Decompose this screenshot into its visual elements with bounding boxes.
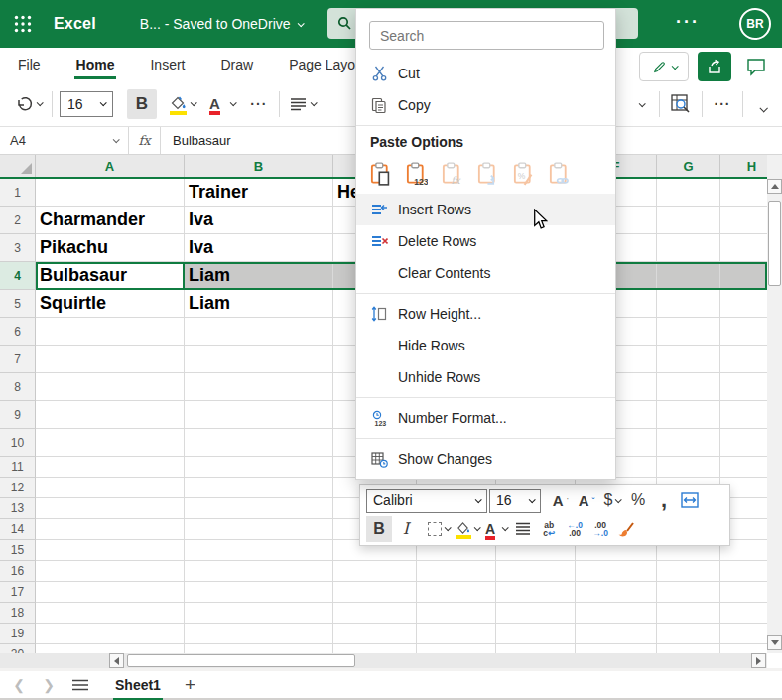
cell[interactable] — [496, 624, 576, 644]
cell[interactable] — [720, 582, 767, 603]
tab-insert[interactable]: Insert — [138, 50, 196, 79]
cell[interactable] — [720, 346, 767, 373]
cell[interactable] — [417, 603, 496, 624]
bold-button[interactable]: B — [127, 89, 157, 119]
mini-format-painter-button[interactable] — [614, 516, 638, 542]
cell[interactable] — [36, 457, 185, 478]
cell[interactable] — [333, 561, 417, 582]
menu-item-cut[interactable]: Cut — [356, 58, 615, 89]
cell[interactable] — [417, 644, 496, 653]
cell[interactable] — [720, 234, 767, 262]
cell[interactable] — [185, 624, 333, 644]
mini-increase-decimal-button[interactable]: .00 →.0 — [588, 516, 612, 542]
horizontal-scroll-thumb[interactable] — [127, 654, 355, 667]
scroll-left-button[interactable] — [109, 653, 124, 668]
menu-item-unhide-rows[interactable]: Unhide Rows — [356, 361, 615, 393]
collapse-ribbon-button[interactable] — [750, 94, 776, 124]
toolbar-more-button[interactable]: ··· — [246, 89, 272, 119]
row-header[interactable]: 19 — [0, 624, 36, 644]
cell[interactable]: Liam — [185, 290, 333, 318]
mini-align-button[interactable] — [511, 516, 535, 542]
tab-file[interactable]: File — [6, 50, 53, 79]
cell[interactable] — [185, 401, 333, 429]
cell[interactable] — [417, 624, 496, 644]
context-search-input[interactable] — [369, 21, 604, 50]
mini-borders-button[interactable] — [426, 516, 452, 542]
horizontal-scrollbar[interactable] — [0, 653, 767, 668]
menu-item-clear-contents[interactable]: Clear Contents — [356, 257, 615, 289]
cell[interactable] — [36, 346, 185, 373]
column-header[interactable]: A — [36, 155, 185, 177]
cell[interactable] — [657, 318, 720, 346]
cell[interactable] — [36, 561, 185, 582]
menu-item-hide-rows[interactable]: Hide Rows — [356, 330, 615, 361]
cell[interactable] — [496, 644, 576, 653]
cell[interactable] — [496, 603, 576, 624]
cell[interactable] — [185, 561, 333, 582]
cell[interactable] — [657, 429, 720, 457]
row-header[interactable]: 12 — [0, 478, 36, 498]
cell[interactable] — [36, 644, 185, 653]
cell[interactable] — [185, 373, 333, 401]
cell[interactable]: Squirtle — [36, 290, 185, 318]
cell[interactable] — [720, 401, 767, 429]
cell[interactable] — [657, 582, 720, 603]
cell[interactable] — [576, 624, 657, 644]
cell[interactable]: Charmander — [36, 207, 185, 234]
cell[interactable] — [720, 644, 767, 653]
cell[interactable] — [36, 540, 185, 561]
row-header[interactable]: 18 — [0, 603, 36, 624]
next-sheet-button[interactable]: ❯ — [34, 677, 64, 693]
column-header[interactable]: B — [185, 155, 333, 177]
cell[interactable]: Iva — [185, 207, 333, 234]
cell[interactable] — [720, 624, 767, 644]
font-size-combobox[interactable]: 16 — [60, 91, 113, 117]
tab-draw[interactable]: Draw — [208, 50, 265, 79]
cell[interactable] — [657, 624, 720, 644]
paste-values-button[interactable]: 123 — [406, 162, 428, 186]
cell[interactable] — [496, 582, 576, 603]
cell[interactable] — [36, 179, 185, 207]
cell[interactable] — [185, 318, 333, 346]
column-header[interactable]: G — [657, 155, 720, 177]
ribbon-more-button[interactable]: ··· — [710, 89, 735, 119]
cell[interactable] — [657, 262, 720, 290]
cell[interactable] — [185, 478, 333, 498]
row-header[interactable]: 10 — [0, 429, 36, 457]
row-header[interactable]: 15 — [0, 540, 36, 561]
editing-mode-button[interactable] — [639, 52, 689, 81]
scroll-down-button[interactable] — [767, 635, 782, 650]
cell[interactable] — [720, 262, 767, 290]
all-sheets-button[interactable] — [71, 679, 89, 691]
sheet-tab-sheet1[interactable]: Sheet1 — [113, 672, 163, 698]
cell[interactable] — [185, 346, 333, 373]
cell[interactable] — [720, 179, 767, 207]
mini-bold-button[interactable]: B — [366, 516, 392, 542]
cell[interactable] — [576, 603, 657, 624]
cell[interactable] — [657, 179, 720, 207]
accounting-format-button[interactable]: $ — [600, 488, 624, 513]
document-title[interactable]: B... - Saved to OneDrive — [140, 16, 303, 32]
mini-font-name-combobox[interactable]: Calibri — [366, 489, 487, 513]
cell[interactable] — [720, 318, 767, 346]
app-launcher-button[interactable] — [0, 0, 46, 48]
menu-item-number-format[interactable]: 123 Number Format... — [356, 402, 615, 434]
cell[interactable] — [36, 624, 185, 644]
cell[interactable]: Liam — [185, 262, 333, 290]
row-header[interactable]: 4 — [0, 262, 36, 290]
percent-format-button[interactable]: % — [626, 488, 650, 513]
cell[interactable] — [185, 644, 333, 653]
cell[interactable] — [720, 290, 767, 318]
cell[interactable] — [720, 603, 767, 624]
cell[interactable] — [657, 290, 720, 318]
scroll-up-button[interactable] — [767, 179, 782, 194]
cell[interactable] — [720, 561, 767, 582]
fill-color-button[interactable] — [167, 89, 198, 119]
cell[interactable] — [333, 603, 417, 624]
row-header[interactable]: 2 — [0, 207, 36, 234]
account-avatar[interactable]: BR — [739, 8, 771, 40]
find-button[interactable] — [667, 89, 695, 119]
row-header[interactable]: 17 — [0, 582, 36, 603]
cell[interactable] — [657, 373, 720, 401]
insert-function-button[interactable]: fx — [129, 127, 161, 154]
